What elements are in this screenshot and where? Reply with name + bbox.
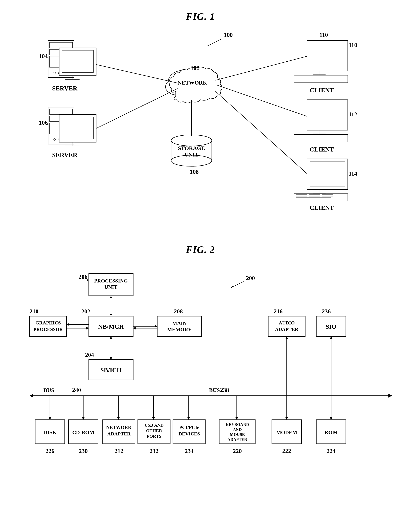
fig1-svg: 100 NETWORK NETWORK [30, 26, 400, 220]
svg-line-74 [231, 281, 244, 287]
bus2-label: BUS [209, 387, 220, 393]
svg-rect-39 [310, 43, 345, 68]
ref100-label: 100 [224, 32, 233, 38]
svg-marker-109 [110, 336, 112, 339]
client3-label: CLIENT [310, 204, 334, 211]
svg-marker-148 [285, 417, 288, 420]
svg-text:MAIN: MAIN [172, 320, 187, 326]
ref220-label: 220 [233, 448, 242, 454]
svg-marker-136 [187, 417, 190, 420]
svg-marker-113 [30, 394, 33, 398]
ref212-label: 212 [115, 448, 123, 454]
svg-marker-88 [155, 325, 157, 328]
ref240-label: 240 [72, 386, 81, 393]
ref108-label: 108 [190, 168, 199, 175]
svg-text:CD-ROM: CD-ROM [72, 430, 94, 435]
client2-label: CLIENT [310, 146, 334, 153]
svg-marker-156 [285, 336, 288, 339]
svg-rect-17 [62, 50, 93, 72]
ref234-label: 234 [185, 448, 194, 454]
server1-label: SERVER [52, 85, 77, 92]
svg-marker-95 [67, 323, 69, 326]
fig2-svg: 200 PROCESSING UNIT 206 NB/MCH [24, 259, 401, 532]
ref110-label: 110 [319, 32, 328, 38]
svg-rect-49 [310, 102, 345, 127]
svg-line-71 [216, 91, 307, 174]
svg-text:NETWORK: NETWORK [106, 425, 132, 430]
svg-text:AUDIO: AUDIO [279, 320, 295, 326]
svg-marker-84 [110, 296, 112, 298]
svg-line-69 [216, 56, 307, 80]
svg-text:NETWORK: NETWORK [178, 80, 207, 86]
svg-text:SIO: SIO [326, 323, 337, 330]
ref210-label: 210 [30, 308, 38, 315]
svg-text:KEYBOARD: KEYBOARD [225, 422, 249, 427]
svg-rect-91 [157, 316, 202, 336]
ref106-label: 106 [39, 119, 48, 126]
ref224-label: 224 [327, 448, 336, 454]
client1: 110 CLIENT [294, 32, 348, 94]
ref226-label: 226 [45, 448, 54, 454]
network-cloud: NETWORK NETWORK [165, 67, 222, 103]
ref230-label: 230 [79, 448, 88, 454]
ref222-label: 222 [282, 448, 291, 454]
client2: 112 CLIENT [294, 100, 357, 153]
svg-marker-152 [330, 417, 332, 420]
ref236-label: 236 [322, 308, 331, 315]
svg-marker-114 [388, 394, 392, 398]
fig2-diagram: 200 PROCESSING UNIT 206 NB/MCH [15, 259, 386, 532]
ref216-label: 216 [274, 308, 283, 315]
fig1-container: FIG. 1 100 NETWORK [15, 11, 386, 229]
svg-text:ADAPTER: ADAPTER [275, 327, 298, 332]
svg-line-66 [96, 64, 178, 83]
svg-rect-98 [30, 316, 67, 336]
svg-text:DEVICES: DEVICES [178, 431, 200, 437]
ref200-label: 200 [246, 275, 255, 281]
svg-marker-121 [82, 417, 84, 420]
svg-text:STORAGE: STORAGE [178, 145, 205, 151]
ref102-label: 102 [191, 65, 199, 71]
ref202-label: 202 [81, 308, 90, 315]
server2: 106 SERVER [39, 107, 96, 158]
client3: 114 CLIENT [294, 159, 357, 211]
fig2-title: FIG. 2 [15, 244, 386, 255]
svg-text:DISK: DISK [43, 429, 57, 435]
svg-text:GRAPHICS: GRAPHICS [35, 320, 61, 326]
server2-label: SERVER [52, 152, 77, 158]
svg-rect-101 [268, 316, 305, 336]
ref204-label: 204 [85, 351, 94, 358]
svg-text:MEMORY: MEMORY [167, 327, 192, 332]
svg-text:OTHER: OTHER [146, 428, 162, 433]
svg-marker-117 [49, 417, 51, 420]
svg-marker-125 [117, 417, 120, 420]
svg-text:PROCESSOR: PROCESSOR [33, 327, 63, 332]
svg-text:ADAPTER: ADAPTER [107, 431, 131, 437]
ref238-label: 238 [220, 386, 229, 393]
svg-marker-141 [236, 417, 238, 420]
client1-label: CLIENT [310, 87, 334, 94]
svg-line-0 [207, 39, 222, 46]
fig2-container: FIG. 2 200 PROCESSING UNIT 206 [15, 244, 386, 532]
svg-text:MODEM: MODEM [276, 430, 297, 435]
svg-line-70 [216, 85, 307, 116]
svg-text:SB/ICH: SB/ICH [100, 367, 121, 374]
ref232-label: 232 [150, 448, 159, 454]
ref104-label: 104 [39, 53, 48, 59]
svg-text:MOUSE: MOUSE [230, 432, 245, 437]
svg-text:UNIT: UNIT [104, 284, 117, 290]
svg-text:UNIT: UNIT [185, 152, 198, 158]
svg-text:PROCESSING: PROCESSING [94, 278, 128, 284]
ref114-label: 114 [349, 170, 357, 177]
svg-text:USB AND: USB AND [145, 423, 164, 427]
svg-text:110: 110 [349, 42, 357, 48]
fig1-title: FIG. 1 [15, 11, 386, 22]
svg-rect-58 [310, 161, 345, 186]
server1: 104 SERVER [39, 40, 96, 92]
svg-text:ADAPTER: ADAPTER [228, 437, 247, 442]
svg-marker-158 [330, 336, 332, 339]
svg-marker-90 [133, 327, 136, 329]
svg-text:NB/MCH: NB/MCH [98, 323, 124, 330]
storage-unit: STORAGE UNIT 108 [171, 135, 212, 175]
ref206-label: 206 [79, 273, 88, 280]
page: FIG. 1 100 NETWORK [0, 0, 401, 532]
